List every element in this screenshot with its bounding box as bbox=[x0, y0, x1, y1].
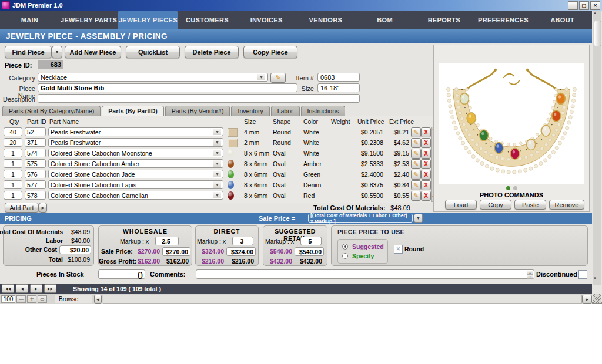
hscroll-left-icon[interactable]: ◀ bbox=[94, 295, 102, 304]
first-record-button[interactable]: ◀◀ bbox=[2, 284, 14, 293]
menu-item-about[interactable]: ABOUT bbox=[533, 11, 592, 29]
sale-price-formula-field[interactable]: [(Total Cost of Materials + Labor + Othe… bbox=[308, 214, 413, 223]
description-field[interactable] bbox=[38, 94, 360, 103]
photo-dot-inactive[interactable] bbox=[513, 186, 517, 190]
quicklist-button[interactable]: QuickList bbox=[126, 46, 180, 58]
part-name-field[interactable]: Pearls Freshwater ▼ bbox=[48, 127, 223, 136]
menu-item-customers[interactable]: CUSTOMERS bbox=[178, 11, 237, 29]
comments-spinner[interactable]: ▲ ▼ bbox=[527, 271, 533, 278]
menu-item-jewelry-parts[interactable]: JEWELRY PARTS bbox=[59, 11, 119, 29]
menu-item-jewelry-pieces[interactable]: JEWELRY PIECES bbox=[118, 11, 178, 29]
qty-field[interactable]: 1 bbox=[4, 180, 22, 189]
part-id-field[interactable]: 578 bbox=[25, 191, 46, 200]
part-name-dropdown-icon[interactable]: ▼ bbox=[213, 150, 221, 156]
category-field[interactable]: Necklace ▼ bbox=[38, 73, 268, 82]
copy-piece-button[interactable]: Copy Piece bbox=[243, 46, 297, 58]
add-new-piece-button[interactable]: Add New Piece bbox=[65, 46, 121, 58]
part-id-field[interactable]: 575 bbox=[25, 159, 46, 168]
minimize-icon[interactable]: — bbox=[568, 1, 578, 10]
part-name-field[interactable]: Colored Stone Cabochon Lapis ▼ bbox=[48, 180, 223, 189]
edit-part-button[interactable]: ✎ bbox=[411, 180, 421, 190]
hscroll-right-icon[interactable]: ▶ bbox=[582, 295, 592, 304]
close-icon[interactable]: ✕ bbox=[590, 1, 600, 10]
layout-icon[interactable]: ▭ bbox=[38, 295, 47, 303]
qty-field[interactable]: 40 bbox=[4, 127, 22, 136]
category-dropdown-icon[interactable]: ▼ bbox=[257, 74, 265, 80]
maximize-icon[interactable]: ▢ bbox=[579, 1, 589, 10]
tab-inventory[interactable]: Inventory bbox=[231, 106, 269, 116]
direct-sale-field[interactable]: $324.00 bbox=[226, 247, 256, 256]
zoom-in-icon[interactable]: ✛ bbox=[27, 295, 36, 303]
direct-markup-field[interactable]: 3 bbox=[232, 237, 253, 245]
part-name-field[interactable]: Colored Stone Cabochon Carnelian ▼ bbox=[48, 191, 223, 200]
vscroll-down-icon[interactable]: ▼ bbox=[593, 277, 601, 285]
tab-labor[interactable]: Labor bbox=[271, 106, 300, 116]
previous-record-button[interactable]: ◀ bbox=[16, 284, 28, 293]
menu-item-main[interactable]: MAIN bbox=[0, 11, 59, 29]
find-piece-button[interactable]: Find Piece bbox=[5, 46, 52, 58]
edit-part-button[interactable]: ✎ bbox=[411, 149, 421, 159]
part-id-field[interactable]: 371 bbox=[25, 138, 46, 147]
qty-field[interactable]: 1 bbox=[4, 159, 22, 168]
formula-dropdown-icon[interactable]: ▼ bbox=[414, 214, 423, 223]
next-record-button[interactable]: ▶ bbox=[30, 284, 42, 293]
photo-copy-button[interactable]: Copy bbox=[480, 200, 511, 210]
delete-piece-button[interactable]: Delete Piece bbox=[185, 46, 239, 58]
part-id-field[interactable]: 52 bbox=[25, 127, 46, 136]
menu-item-bom[interactable]: BOM bbox=[355, 11, 414, 29]
delete-part-button[interactable]: X bbox=[421, 180, 431, 190]
last-record-button[interactable]: ▶▶ bbox=[44, 284, 56, 293]
part-name-field[interactable]: Colored Stone Cabochon Moonstone ▼ bbox=[48, 149, 223, 157]
zoom-out-icon[interactable]: — bbox=[16, 295, 26, 303]
photo-paste-button[interactable]: Paste bbox=[514, 200, 546, 210]
tab-parts-by-vendor[interactable]: Parts (By Vendor#) bbox=[165, 106, 230, 116]
add-part-arrow-icon[interactable]: ▶ bbox=[39, 203, 47, 213]
vscroll-thumb[interactable] bbox=[594, 21, 601, 46]
photo-remove-button[interactable]: Remove bbox=[549, 200, 584, 210]
spinner-up-icon[interactable]: ▲ bbox=[527, 271, 533, 275]
qty-field[interactable]: 1 bbox=[4, 191, 22, 200]
find-piece-dropdown-icon[interactable]: ▼ bbox=[52, 46, 62, 58]
delete-part-button[interactable]: X bbox=[421, 191, 431, 201]
horizontal-scrollbar[interactable] bbox=[103, 295, 582, 304]
part-id-field[interactable]: 576 bbox=[25, 170, 46, 178]
size-field[interactable]: 16-18" bbox=[317, 83, 360, 92]
qty-field[interactable]: 1 bbox=[4, 170, 22, 178]
menu-item-reports[interactable]: REPORTS bbox=[414, 11, 474, 29]
part-name-dropdown-icon[interactable]: ▼ bbox=[213, 160, 221, 167]
part-name-dropdown-icon[interactable]: ▼ bbox=[213, 171, 221, 177]
part-name-dropdown-icon[interactable]: ▼ bbox=[213, 192, 221, 198]
suggested-radio[interactable] bbox=[342, 244, 348, 250]
delete-part-button[interactable]: X bbox=[421, 170, 431, 180]
specify-radio[interactable] bbox=[342, 253, 348, 259]
mode-selector[interactable]: Browse bbox=[55, 295, 92, 303]
delete-part-button[interactable]: X bbox=[421, 149, 431, 159]
piece-name-field[interactable]: Gold Multi Stone Bib bbox=[38, 83, 297, 92]
delete-part-button[interactable]: X bbox=[421, 127, 431, 137]
qty-field[interactable]: 20 bbox=[4, 138, 22, 147]
menu-item-vendors[interactable]: VENDORS bbox=[296, 11, 356, 29]
part-name-field[interactable]: Pearls Freshwater ▼ bbox=[48, 138, 223, 147]
part-name-dropdown-icon[interactable]: ▼ bbox=[213, 129, 221, 135]
qty-field[interactable]: 1 bbox=[4, 149, 22, 157]
comments-field[interactable]: ▲ ▼ bbox=[196, 269, 534, 279]
edit-part-button[interactable]: ✎ bbox=[411, 159, 421, 169]
part-name-field[interactable]: Colored Stone Cabochon Jade ▼ bbox=[48, 170, 223, 178]
tab-parts-by-category[interactable]: Parts (Sort By Category/Name) bbox=[2, 106, 101, 116]
delete-part-button[interactable]: X bbox=[421, 159, 431, 169]
edit-part-button[interactable]: ✎ bbox=[411, 127, 421, 137]
photo-load-button[interactable]: Load bbox=[445, 200, 477, 210]
part-name-field[interactable]: Colored Stone Cabochon Amber ▼ bbox=[48, 159, 223, 168]
category-edit-button[interactable]: ✎ bbox=[270, 73, 286, 83]
vscroll-up-icon[interactable]: ▲ bbox=[593, 11, 601, 19]
retail-sale-field[interactable]: $540.00 bbox=[295, 247, 324, 256]
edit-part-button[interactable]: ✎ bbox=[411, 191, 421, 201]
round-checkbox[interactable]: ✕ bbox=[394, 245, 403, 254]
retail-markup-field[interactable]: 5 bbox=[300, 237, 322, 245]
menu-item-preferences[interactable]: PREFERENCES bbox=[474, 11, 533, 29]
photo-dot-active[interactable] bbox=[506, 186, 510, 190]
add-part-button[interactable]: Add Part bbox=[5, 203, 39, 213]
part-name-dropdown-icon[interactable]: ▼ bbox=[213, 181, 221, 188]
discontinued-checkbox[interactable] bbox=[578, 270, 587, 279]
delete-part-button[interactable]: X bbox=[421, 138, 431, 148]
